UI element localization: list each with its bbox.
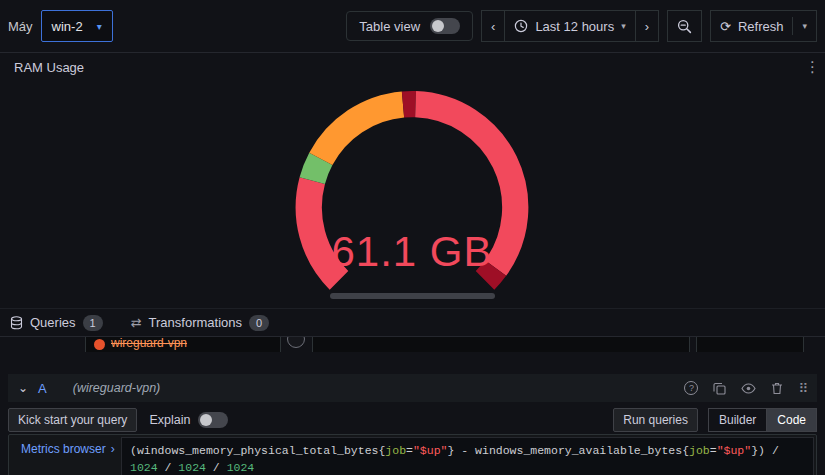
prometheus-datasource-icon [94,339,105,350]
query-row-actions: ? ⠿ [684,381,807,396]
zoom-out-icon [677,19,692,34]
time-range-label: Last 12 hours [535,19,614,34]
query-ref-id[interactable]: A [38,381,47,396]
editor-tabs-bar: Queries 1 ⇄ Transformations 0 [0,308,825,337]
variable-label: Máy [8,19,33,34]
explain-toggle[interactable] [198,412,228,428]
time-range-group: ‹ Last 12 hours ▾ › [481,10,659,42]
chevron-left-icon: ‹ [491,19,495,34]
promql-code-editor: Metrics browser › (windows_memory_physic… [8,434,817,475]
delete-query-button[interactable] [771,382,783,395]
refresh-label: Refresh [738,19,784,34]
metrics-browser-label: Metrics browser [21,442,106,456]
variable-controls: Máy win-2 ▾ [8,10,113,42]
editor-mode-switch: Builder Code [708,408,817,432]
explain-control: Explain [149,412,228,428]
code-mode-button[interactable]: Code [766,408,817,432]
gauge-arc-orange [321,105,403,159]
query-toolbar-right: Run queries Builder Code [613,408,817,432]
tab-queries-label: Queries [30,315,76,330]
zoom-out-time-button[interactable] [667,10,702,42]
datasource-name: wireguard-vpn [111,337,187,350]
table-view-control: Table view [346,11,473,41]
machine-variable-select[interactable]: win-2 ▾ [41,10,113,42]
drag-handle-icon[interactable]: ⠿ [798,381,807,396]
metrics-browser-link[interactable]: Metrics browser › [21,442,115,456]
shuffle-icon: ⇄ [131,315,142,330]
help-icon: ? [684,381,698,395]
clock-icon [514,19,528,33]
explain-label: Explain [149,413,190,427]
hide-query-button[interactable] [741,383,756,394]
run-queries-button[interactable]: Run queries [613,408,698,432]
tab-queries[interactable]: Queries 1 [10,315,103,331]
collapse-chevron-icon[interactable]: ⌄ [18,381,28,395]
kick-start-query-button[interactable]: Kick start your query [8,408,137,432]
duplicate-query-button[interactable] [713,382,726,395]
datasource-picker[interactable]: wireguard-vpn [85,337,281,352]
toggle-knob [200,414,212,426]
time-shift-back-button[interactable]: ‹ [481,10,505,42]
datasource-help-icon[interactable] [287,337,305,348]
transformations-count-badge: 0 [249,315,269,331]
query-row-a: ⌄ A (wireguard-vpn) ? [8,374,817,402]
top-toolbar: Máy win-2 ▾ Table view ‹ [0,0,825,53]
divider [792,17,793,35]
query-options-bar[interactable] [312,337,690,352]
datasource-row-clipped: wireguard-vpn [0,337,825,352]
time-range-picker-button[interactable]: Last 12 hours ▾ [504,10,635,42]
trash-icon [771,382,783,395]
queries-count-badge: 1 [83,315,103,331]
chevron-down-icon: ▾ [621,21,626,31]
query-datasource-hint: (wireguard-vpn) [73,381,161,395]
refresh-icon: ⟳ [720,19,731,34]
chevron-down-icon: ▾ [802,21,807,31]
chevron-right-icon: › [111,442,115,456]
gauge-arc-green [312,159,321,181]
tab-transformations[interactable]: ⇄ Transformations 0 [131,315,269,331]
chevron-right-icon: › [645,19,649,34]
tab-transformations-label: Transformations [149,315,242,330]
query-help-button[interactable]: ? [684,381,698,395]
grafana-panel-edit-screen: Máy win-2 ▾ Table view ‹ [0,0,825,475]
panel-resize-handle[interactable] [330,293,495,299]
table-view-label: Table view [359,19,420,34]
database-icon [10,316,23,330]
gauge-value-text: 61.1 GB [262,228,562,276]
builder-mode-button[interactable]: Builder [708,408,767,432]
query-toolbar: Kick start your query Explain Run querie… [8,408,817,432]
toggle-knob [432,20,444,32]
table-view-toggle[interactable] [430,18,460,34]
time-shift-forward-button[interactable]: › [635,10,659,42]
panel-title: RAM Usage [14,60,84,75]
copy-icon [713,382,726,395]
query-inspector-button[interactable] [696,337,804,352]
chevron-down-icon: ▾ [97,21,102,32]
refresh-button[interactable]: ⟳ Refresh ▾ [710,10,817,42]
machine-variable-value: win-2 [52,19,83,34]
eye-icon [741,383,756,394]
panel-menu-icon[interactable]: ⋮ [805,58,820,76]
code-lines[interactable]: (windows_memory_physical_total_bytes{job… [121,437,814,475]
time-controls: Table view ‹ Last 12 hours ▾ › [346,10,817,42]
